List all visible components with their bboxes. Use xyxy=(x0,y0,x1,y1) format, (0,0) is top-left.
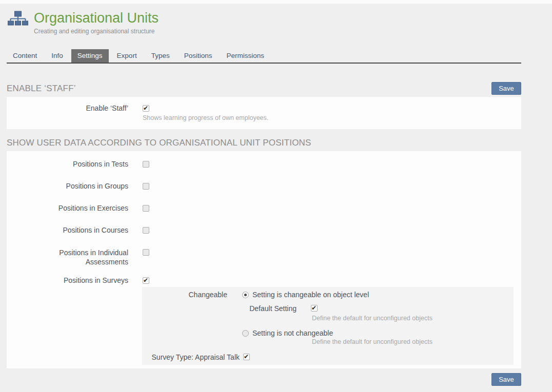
enable-staff-checkbox[interactable] xyxy=(143,105,149,112)
survey-type-label: Survey Type: Appraisal Talk xyxy=(142,353,240,362)
enable-staff-form-panel: Enable ‘Staff’ Shows learning progress o… xyxy=(7,97,521,129)
positions-exercises-label: Positions in Exercises xyxy=(7,204,128,213)
positions-tests-row: Positions in Tests xyxy=(7,160,521,169)
bottom-save-row: Save xyxy=(7,373,521,386)
positions-surveys-label: Positions in Surveys xyxy=(7,276,128,285)
tab-export[interactable]: Export xyxy=(111,49,143,63)
positions-individual-assessments-row: Positions in Individual Assessments xyxy=(7,248,521,266)
save-button-bottom[interactable]: Save xyxy=(491,373,521,386)
section-title-positions: SHOW USER DATA ACCORDING TO ORGANISATION… xyxy=(7,138,311,148)
survey-type-row: Survey Type: Appraisal Talk xyxy=(142,353,514,362)
enable-staff-label: Enable ‘Staff’ xyxy=(7,104,128,113)
changeable-row: Changeable Setting is changeable on obje… xyxy=(142,291,514,299)
page-subtitle: Creating and editing organisational stru… xyxy=(34,28,159,35)
default-setting-description: Define the default for unconfigured obje… xyxy=(312,315,514,322)
tab-positions[interactable]: Positions xyxy=(178,49,219,63)
default-setting-row: Default Setting xyxy=(142,304,514,313)
page-title: Organisational Units xyxy=(34,10,159,26)
section-title-enable-staff: ENABLE ‘STAFF’ xyxy=(7,84,76,94)
setting-changeable-radio[interactable] xyxy=(242,292,249,298)
positions-tests-label: Positions in Tests xyxy=(7,160,128,169)
positions-courses-row: Positions in Courses xyxy=(7,226,521,235)
enable-staff-description: Shows learning progress of own employees… xyxy=(143,114,268,122)
main-content: ENABLE ‘STAFF’ Save Enable ‘Staff’ Shows… xyxy=(7,82,521,386)
positions-tests-checkbox[interactable] xyxy=(143,161,149,168)
section-head-enable-staff: ENABLE ‘STAFF’ Save xyxy=(7,82,521,95)
tab-settings[interactable]: Settings xyxy=(71,49,109,63)
positions-surveys-checkbox[interactable] xyxy=(143,277,149,284)
tab-content[interactable]: Content xyxy=(7,49,43,63)
changeable-label: Changeable xyxy=(142,291,227,299)
enable-staff-row: Enable ‘Staff’ Shows learning progress o… xyxy=(7,104,521,122)
positions-exercises-row: Positions in Exercises xyxy=(7,204,521,213)
setting-not-changeable-label: Setting is not changeable xyxy=(252,329,333,338)
positions-groups-row: Positions in Groups xyxy=(7,182,521,191)
page-header: Organisational Units Creating and editin… xyxy=(0,4,552,35)
surveys-subform-panel: Changeable Setting is changeable on obje… xyxy=(142,287,514,365)
positions-groups-checkbox[interactable] xyxy=(143,183,149,190)
positions-individual-assessments-label: Positions in Individual Assessments xyxy=(7,248,128,266)
tab-types[interactable]: Types xyxy=(145,49,176,63)
section-head-positions: SHOW USER DATA ACCORDING TO ORGANISATION… xyxy=(7,136,521,149)
tab-permissions[interactable]: Permissions xyxy=(220,49,270,63)
positions-exercises-checkbox[interactable] xyxy=(143,205,149,212)
not-changeable-option-row: Setting is not changeable xyxy=(242,329,514,338)
default-setting-label: Default Setting xyxy=(142,304,297,313)
positions-courses-label: Positions in Courses xyxy=(7,226,128,235)
top-strip xyxy=(0,0,552,4)
positions-individual-assessments-checkbox[interactable] xyxy=(143,249,149,256)
tab-info[interactable]: Info xyxy=(45,49,69,63)
positions-courses-checkbox[interactable] xyxy=(143,227,149,234)
setting-not-changeable-radio[interactable] xyxy=(242,330,249,337)
positions-surveys-row: Positions in Surveys xyxy=(7,276,521,285)
org-chart-icon xyxy=(8,10,28,29)
positions-groups-label: Positions in Groups xyxy=(7,182,128,191)
default-setting-checkbox[interactable] xyxy=(311,305,318,312)
save-button-top[interactable]: Save xyxy=(491,82,521,95)
not-changeable-description: Define the default for unconfigured obje… xyxy=(312,338,514,346)
survey-type-checkbox[interactable] xyxy=(243,354,250,360)
positions-form-panel: Positions in Tests Positions in Groups P… xyxy=(7,151,521,368)
setting-changeable-label: Setting is changeable on object level xyxy=(252,291,369,299)
tab-bar: Content Info Settings Export Types Posit… xyxy=(7,49,521,64)
changeable-option-row: Setting is changeable on object level xyxy=(242,291,369,299)
